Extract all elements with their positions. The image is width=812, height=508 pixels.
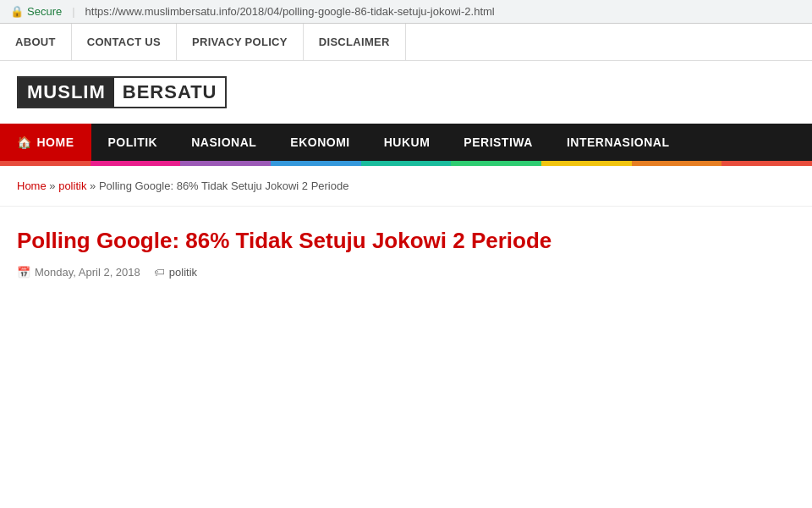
logo-area: MUSLIM BERSATU [0,61,812,124]
nav-privacy-policy[interactable]: PRIVACY POLICY [177,24,304,60]
calendar-icon: 📅 [17,266,30,279]
main-nav: 🏠 HOME POLITIK NASIONAL EKONOMI HUKUM PE… [0,124,812,161]
article-date: 📅 Monday, April 2, 2018 [17,266,140,279]
home-icon: 🏠 [17,135,32,149]
article-area: Polling Google: 86% Tidak Setuju Jokowi … [0,207,812,299]
breadcrumb-current: Polling Google: 86% Tidak Setuju Jokowi … [99,179,349,192]
browser-bar: 🔒 Secure | https://www.muslimbersatu.inf… [0,0,812,24]
breadcrumb-sep2: » [90,179,99,192]
article-date-text: Monday, April 2, 2018 [35,266,140,279]
breadcrumb-sep1: » [49,179,58,192]
main-nav-nasional[interactable]: NASIONAL [174,124,273,161]
page-content: ABOUT CONTACT US PRIVACY POLICY DISCLAIM… [0,24,812,299]
top-nav: ABOUT CONTACT US PRIVACY POLICY DISCLAIM… [0,24,812,61]
tag-icon: 🏷 [154,266,165,279]
article-title: Polling Google: 86% Tidak Setuju Jokowi … [17,227,795,256]
secure-label: Secure [27,5,62,18]
breadcrumb-category[interactable]: politik [58,179,86,192]
article-tag: 🏷 politik [154,266,197,279]
main-nav-hukum[interactable]: HUKUM [367,124,447,161]
article-meta: 📅 Monday, April 2, 2018 🏷 politik [17,266,795,279]
article-tag-link[interactable]: politik [169,266,197,279]
site-logo[interactable]: MUSLIM BERSATU [17,76,227,108]
main-nav-home-label: HOME [37,135,74,149]
rainbow-bar [0,161,812,166]
main-nav-ekonomi[interactable]: EKONOMI [273,124,366,161]
breadcrumb: Home » politik » Polling Google: 86% Tid… [0,166,812,207]
nav-about[interactable]: ABOUT [0,24,72,60]
main-nav-peristiwa[interactable]: PERISTIWA [447,124,550,161]
main-nav-politik[interactable]: POLITIK [91,124,175,161]
lock-icon: 🔒 [10,5,24,18]
nav-contact-us[interactable]: CONTACT US [72,24,177,60]
main-nav-home[interactable]: 🏠 HOME [0,124,91,161]
breadcrumb-home[interactable]: Home [17,179,47,192]
nav-disclaimer[interactable]: DISCLAIMER [304,24,406,60]
url-bar[interactable]: https://www.muslimbersatu.info/2018/04/p… [85,5,495,18]
logo-bersatu: BERSATU [114,78,226,107]
separator: | [72,5,74,18]
logo-muslim: MUSLIM [19,78,114,107]
secure-indicator: 🔒 Secure [10,5,62,18]
main-nav-internasional[interactable]: INTERNASIONAL [550,124,687,161]
